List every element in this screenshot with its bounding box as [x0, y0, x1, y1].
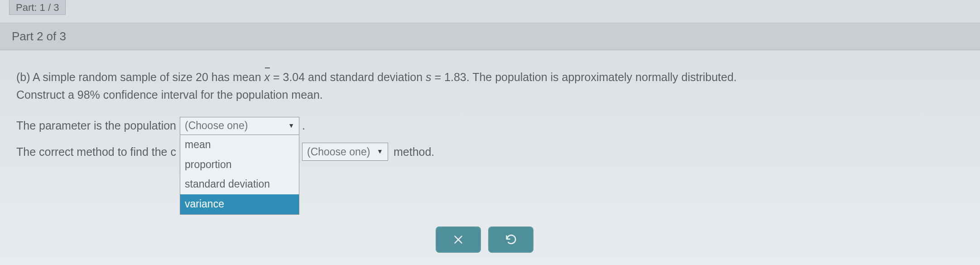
question-text: (b) A simple random sample of size 20 ha…	[16, 68, 964, 104]
parameter-select[interactable]: (Choose one) ▼	[180, 117, 299, 135]
q-n: 20	[196, 71, 208, 83]
parameter-dropdown-list: mean proportion standard deviation varia…	[180, 135, 299, 215]
triangle-down-icon: ▼	[288, 121, 294, 131]
q-svar: s	[426, 71, 432, 83]
answer-line-1: The parameter is the population (Choose …	[16, 116, 434, 135]
option-standard-deviation[interactable]: standard deviation	[180, 174, 299, 194]
option-mean[interactable]: mean	[180, 135, 299, 155]
q-t3: . The population is approximately normal…	[466, 71, 737, 83]
parameter-select-placeholder: (Choose one)	[185, 118, 248, 134]
q-conf: 98%	[77, 88, 100, 101]
q-eq2: =	[432, 71, 445, 83]
line2-text-a: The correct method to find the c	[16, 143, 176, 161]
section-header: Part 2 of 3	[0, 23, 980, 50]
q-mean: 3.04	[283, 71, 305, 83]
q-sd: 1.83	[444, 71, 466, 83]
q-t1: has mean	[208, 71, 264, 83]
line1-text: The parameter is the population	[16, 117, 176, 135]
undo-icon	[504, 233, 517, 246]
section-header-label: Part 2 of 3	[12, 29, 66, 43]
method-select-placeholder: (Choose one)	[307, 144, 370, 160]
close-icon	[452, 234, 464, 246]
q-prefix: (b) A simple random sample of size	[16, 71, 196, 83]
action-buttons	[436, 226, 533, 253]
triangle-down-icon: ▼	[377, 147, 383, 157]
method-select[interactable]: (Choose one) ▼	[302, 143, 388, 161]
part-indicator-prev: Part: 1 / 3	[9, 0, 66, 15]
line1-period: .	[302, 117, 305, 135]
q-t2: and standard deviation	[305, 71, 426, 83]
q-line2b: confidence interval for the population m…	[100, 88, 323, 101]
option-proportion[interactable]: proportion	[180, 155, 299, 175]
q-xbar: x	[264, 68, 270, 86]
option-variance[interactable]: variance	[180, 194, 299, 214]
parameter-dropdown-container: (Choose one) ▼ mean proportion standard …	[180, 116, 299, 135]
q-line2a: Construct a	[16, 88, 77, 101]
clear-button[interactable]	[436, 226, 481, 253]
reset-button[interactable]	[488, 226, 533, 253]
q-eq1: =	[270, 71, 283, 83]
content-area: (b) A simple random sample of size 20 ha…	[0, 50, 980, 174]
line2-text-b: method.	[394, 143, 434, 161]
part-indicator-prev-label: Part: 1 / 3	[16, 2, 59, 13]
